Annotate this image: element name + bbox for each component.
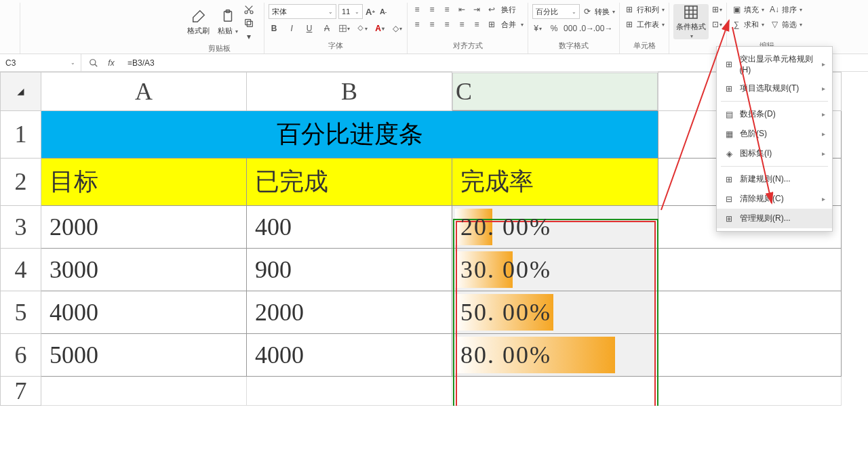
name-box[interactable]: C3 ⌄ (0, 54, 81, 71)
font-name-select[interactable]: 宋体⌄ (269, 4, 336, 19)
inc-decimal-icon[interactable]: .0→ (581, 23, 592, 34)
decrease-font-icon[interactable]: A- (378, 6, 389, 17)
sheet-icon[interactable]: ⊞ (624, 19, 635, 30)
cell-a3[interactable]: 2000 (41, 205, 247, 248)
title-cell[interactable]: 百分比进度条 (41, 110, 658, 158)
italic-icon[interactable]: I (286, 23, 297, 34)
cut-icon[interactable] (243, 4, 254, 15)
filter-icon[interactable]: ▽ (769, 19, 780, 30)
dec-decimal-icon[interactable]: .00→ (597, 23, 608, 34)
fx-icon[interactable]: fx (106, 58, 117, 68)
clear-format-icon[interactable]: ◇▾ (392, 23, 403, 34)
conditional-format-button[interactable]: 条件格式 ▾ (673, 4, 709, 39)
merge-icon[interactable]: ⊞ (486, 19, 497, 30)
underline-icon[interactable]: U (304, 23, 315, 34)
filter-label[interactable]: 筛选 (782, 20, 797, 30)
sheet-label[interactable]: 工作表 (637, 20, 659, 30)
rowcol-icon[interactable]: ⊞ (624, 4, 635, 15)
options-icon[interactable]: ▾ (243, 31, 254, 42)
cell-c7[interactable] (452, 376, 658, 405)
comma-icon[interactable]: 000 (565, 23, 576, 34)
menu-color-scales[interactable]: ▦色阶(S)▸ (717, 124, 832, 144)
fill-color-icon[interactable]: ▾ (357, 23, 368, 34)
increase-font-icon[interactable]: A+ (365, 6, 376, 17)
sum-label[interactable]: 求和 (744, 20, 759, 30)
colorscale-icon: ▦ (724, 129, 734, 140)
align-middle-icon[interactable]: ≡ (427, 4, 437, 15)
row-header-4[interactable]: 4 (1, 248, 41, 291)
paste-button[interactable]: 粘贴 ▾ (215, 4, 241, 39)
font-color-icon[interactable]: A▾ (374, 23, 385, 34)
bold-icon[interactable]: B (269, 23, 279, 34)
column-header-a[interactable]: A (41, 72, 247, 111)
number-format-select[interactable]: 百分比⌄ (532, 4, 580, 19)
fill-label[interactable]: 填充 (744, 5, 759, 15)
strikethrough-icon[interactable]: A (321, 23, 332, 34)
menu-highlight-rules[interactable]: ⊞突出显示单元格规则(H)▸ (717, 49, 832, 79)
autosum-icon[interactable]: ∑ (731, 19, 742, 30)
row-header-2[interactable]: 2 (1, 158, 41, 205)
format-painter-button[interactable]: 格式刷 (184, 4, 212, 39)
cell-b7[interactable] (247, 376, 452, 405)
header-cell-done[interactable]: 已完成 (247, 158, 452, 205)
align-left-icon[interactable]: ≡ (412, 19, 422, 30)
rowcol-label[interactable]: 行和列 (637, 5, 659, 15)
crop-icon[interactable]: ⊡▾ (711, 19, 722, 30)
cell-d7[interactable] (658, 376, 842, 405)
menu-icon-sets[interactable]: ◈图标集(I)▸ (717, 144, 832, 163)
wrap-icon[interactable]: ↩ (486, 4, 497, 15)
cell-a7[interactable] (41, 376, 247, 405)
column-header-b[interactable]: B (247, 72, 452, 111)
ribbon-group-cells: ⊞ 行和列▾ ⊞ 工作表▾ 单元格 (620, 3, 669, 54)
table-style-icon[interactable]: ⊞▾ (711, 4, 722, 15)
search-icon[interactable] (88, 58, 99, 68)
cell-b4[interactable]: 900 (247, 248, 452, 291)
distribute-icon[interactable]: ≡ (471, 19, 482, 30)
cell-c4[interactable]: 30. 00% (452, 248, 658, 291)
cell-a6[interactable]: 5000 (41, 333, 247, 376)
align-center-icon[interactable]: ≡ (427, 19, 437, 30)
header-cell-target[interactable]: 目标 (41, 158, 247, 205)
cell-d4[interactable] (658, 248, 842, 291)
dec-indent-icon[interactable]: ⇤ (456, 4, 467, 15)
inc-indent-icon[interactable]: ⇥ (471, 4, 482, 15)
row-header-5[interactable]: 5 (1, 291, 41, 333)
percent-icon[interactable]: % (549, 23, 559, 34)
justify-icon[interactable]: ≡ (456, 19, 467, 30)
row-header-3[interactable]: 3 (1, 205, 41, 248)
header-cell-rate[interactable]: 完成率 (452, 158, 658, 205)
cell-a4[interactable]: 3000 (41, 248, 247, 291)
row-header-6[interactable]: 6 (1, 333, 41, 376)
cell-d5[interactable] (658, 291, 842, 333)
cell-d6[interactable] (658, 333, 842, 376)
menu-top-bottom-rules[interactable]: ⊞项目选取规则(T)▸ (717, 79, 832, 98)
cell-b6[interactable]: 4000 (247, 333, 452, 376)
row-header-7[interactable]: 7 (1, 376, 41, 405)
cell-c6[interactable]: 80. 00% (452, 333, 658, 376)
border-icon[interactable]: ▾ (339, 23, 350, 34)
menu-manage-rules[interactable]: ⊞管理规则(R)... (717, 209, 832, 228)
copy-icon[interactable] (243, 18, 254, 28)
cell-c3[interactable]: 20. 00% (452, 205, 658, 248)
align-right-icon[interactable]: ≡ (441, 19, 452, 30)
select-all-corner[interactable]: ◢ (1, 72, 41, 111)
font-size-select[interactable]: 11⌄ (338, 4, 363, 19)
align-bottom-icon[interactable]: ≡ (441, 4, 452, 15)
sort-icon[interactable]: A↓ (769, 4, 780, 15)
align-top-icon[interactable]: ≡ (412, 4, 422, 15)
cell-b5[interactable]: 2000 (247, 291, 452, 333)
row-header-1[interactable]: 1 (1, 110, 41, 158)
menu-data-bars[interactable]: ▤数据条(D)▸ (717, 104, 832, 124)
fill-icon[interactable]: ▣ (731, 4, 742, 15)
sort-label[interactable]: 排序 (782, 5, 797, 15)
paste-label: 粘贴 (218, 26, 233, 35)
currency-icon[interactable]: ¥▾ (532, 23, 543, 34)
convert-icon[interactable]: ⟳ (582, 6, 593, 17)
cells-group-label: 单元格 (633, 39, 656, 52)
menu-clear-rules[interactable]: ⊟清除规则(C)▸ (717, 189, 832, 209)
cell-c5[interactable]: 50. 00% (452, 291, 658, 333)
cell-a5[interactable]: 4000 (41, 291, 247, 333)
menu-new-rule[interactable]: ⊞新建规则(N)... (717, 169, 832, 189)
column-header-c[interactable]: C (452, 72, 658, 110)
cell-b3[interactable]: 400 (247, 205, 452, 248)
